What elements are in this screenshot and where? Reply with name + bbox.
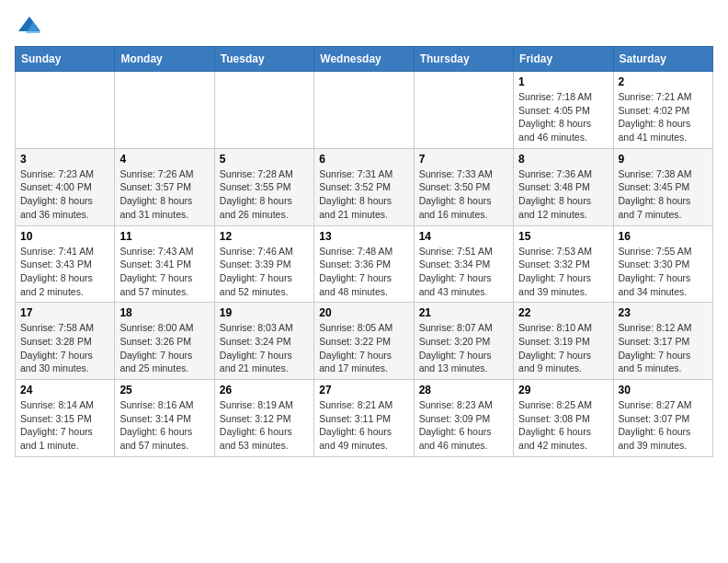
- calendar-header-friday: Friday: [514, 47, 613, 72]
- calendar-week-row: 10Sunrise: 7:41 AMSunset: 3:43 PMDayligh…: [16, 225, 713, 303]
- day-number: 18: [119, 306, 209, 319]
- day-number: 14: [419, 230, 508, 243]
- day-info: Sunrise: 7:31 AMSunset: 3:52 PMDaylight:…: [319, 167, 408, 222]
- calendar-week-row: 24Sunrise: 8:14 AMSunset: 3:15 PMDayligh…: [16, 380, 713, 457]
- day-info: Sunrise: 7:53 AMSunset: 3:32 PMDaylight:…: [518, 245, 608, 299]
- calendar-cell: 4Sunrise: 7:26 AMSunset: 3:57 PMDaylight…: [115, 148, 214, 225]
- day-number: 26: [220, 384, 309, 396]
- day-info: Sunrise: 8:10 AMSunset: 3:19 PMDaylight:…: [518, 321, 608, 375]
- calendar-cell: 6Sunrise: 7:31 AMSunset: 3:52 PMDaylight…: [314, 148, 414, 225]
- day-number: 3: [20, 153, 109, 166]
- calendar-cell: 27Sunrise: 8:21 AMSunset: 3:11 PMDayligh…: [314, 380, 414, 457]
- day-number: 21: [419, 306, 508, 319]
- day-number: 10: [20, 230, 109, 243]
- calendar-cell: 25Sunrise: 8:16 AMSunset: 3:14 PMDayligh…: [115, 380, 214, 457]
- day-info: Sunrise: 7:28 AMSunset: 3:55 PMDaylight:…: [220, 167, 309, 222]
- calendar-cell: 19Sunrise: 8:03 AMSunset: 3:24 PMDayligh…: [214, 303, 313, 380]
- calendar-cell: 10Sunrise: 7:41 AMSunset: 3:43 PMDayligh…: [16, 225, 115, 303]
- day-info: Sunrise: 8:25 AMSunset: 3:08 PMDaylight:…: [518, 398, 608, 453]
- calendar-cell: 8Sunrise: 7:36 AMSunset: 3:48 PMDaylight…: [514, 148, 613, 225]
- calendar-week-row: 1Sunrise: 7:18 AMSunset: 4:05 PMDaylight…: [16, 72, 713, 149]
- day-number: 24: [20, 384, 109, 396]
- day-number: 4: [119, 153, 209, 166]
- day-number: 9: [619, 153, 708, 166]
- day-number: 13: [319, 230, 408, 243]
- day-info: Sunrise: 7:18 AMSunset: 4:05 PMDaylight:…: [518, 90, 608, 144]
- calendar-header-sunday: Sunday: [16, 47, 115, 72]
- calendar-header-monday: Monday: [115, 47, 214, 72]
- day-info: Sunrise: 7:46 AMSunset: 3:39 PMDaylight:…: [220, 245, 309, 299]
- calendar-cell: 24Sunrise: 8:14 AMSunset: 3:15 PMDayligh…: [16, 380, 115, 457]
- day-number: 27: [319, 384, 408, 396]
- day-number: 2: [619, 75, 708, 88]
- day-info: Sunrise: 8:16 AMSunset: 3:14 PMDaylight:…: [119, 398, 209, 453]
- day-info: Sunrise: 7:51 AMSunset: 3:34 PMDaylight:…: [419, 245, 508, 299]
- day-info: Sunrise: 8:19 AMSunset: 3:12 PMDaylight:…: [220, 398, 309, 453]
- calendar-cell: 18Sunrise: 8:00 AMSunset: 3:26 PMDayligh…: [115, 303, 214, 380]
- day-info: Sunrise: 8:07 AMSunset: 3:20 PMDaylight:…: [419, 321, 508, 375]
- calendar-cell: 13Sunrise: 7:48 AMSunset: 3:36 PMDayligh…: [314, 225, 414, 303]
- day-info: Sunrise: 8:21 AMSunset: 3:11 PMDaylight:…: [319, 398, 408, 453]
- calendar-table: SundayMondayTuesdayWednesdayThursdayFrid…: [15, 46, 713, 457]
- day-number: 30: [619, 384, 708, 396]
- calendar-header-saturday: Saturday: [613, 47, 712, 72]
- calendar-header-thursday: Thursday: [414, 47, 513, 72]
- calendar-cell: 1Sunrise: 7:18 AMSunset: 4:05 PMDaylight…: [514, 72, 613, 149]
- calendar-cell: [214, 72, 313, 149]
- calendar-cell: 9Sunrise: 7:38 AMSunset: 3:45 PMDaylight…: [613, 148, 712, 225]
- day-number: 17: [20, 306, 109, 319]
- day-info: Sunrise: 8:05 AMSunset: 3:22 PMDaylight:…: [319, 321, 408, 375]
- day-info: Sunrise: 7:58 AMSunset: 3:28 PMDaylight:…: [20, 321, 109, 375]
- calendar-cell: [314, 72, 414, 149]
- day-number: 25: [119, 384, 209, 396]
- day-number: 7: [419, 153, 508, 166]
- day-number: 6: [319, 153, 408, 166]
- logo-icon: [17, 15, 42, 35]
- day-number: 12: [220, 230, 309, 243]
- calendar-cell: 21Sunrise: 8:07 AMSunset: 3:20 PMDayligh…: [414, 303, 513, 380]
- calendar-cell: [16, 72, 115, 149]
- calendar-cell: 3Sunrise: 7:23 AMSunset: 4:00 PMDaylight…: [16, 148, 115, 225]
- calendar-cell: [115, 72, 214, 149]
- day-number: 1: [518, 75, 608, 88]
- day-number: 29: [518, 384, 608, 396]
- calendar-cell: 28Sunrise: 8:23 AMSunset: 3:09 PMDayligh…: [414, 380, 513, 457]
- day-info: Sunrise: 8:23 AMSunset: 3:09 PMDaylight:…: [419, 398, 508, 453]
- day-number: 28: [419, 384, 508, 396]
- calendar-cell: 20Sunrise: 8:05 AMSunset: 3:22 PMDayligh…: [314, 303, 414, 380]
- day-number: 15: [518, 230, 608, 243]
- day-number: 22: [518, 306, 608, 319]
- day-info: Sunrise: 8:00 AMSunset: 3:26 PMDaylight:…: [119, 321, 209, 375]
- calendar-cell: 7Sunrise: 7:33 AMSunset: 3:50 PMDaylight…: [414, 148, 513, 225]
- calendar-cell: 2Sunrise: 7:21 AMSunset: 4:02 PMDaylight…: [613, 72, 712, 149]
- day-info: Sunrise: 7:43 AMSunset: 3:41 PMDaylight:…: [119, 245, 209, 299]
- day-number: 23: [619, 306, 708, 319]
- day-info: Sunrise: 8:03 AMSunset: 3:24 PMDaylight:…: [220, 321, 309, 375]
- page-header: [15, 15, 713, 35]
- calendar-header-tuesday: Tuesday: [214, 47, 313, 72]
- day-number: 11: [119, 230, 209, 243]
- day-number: 5: [220, 153, 309, 166]
- calendar-cell: 12Sunrise: 7:46 AMSunset: 3:39 PMDayligh…: [214, 225, 313, 303]
- calendar-cell: 26Sunrise: 8:19 AMSunset: 3:12 PMDayligh…: [214, 380, 313, 457]
- day-info: Sunrise: 8:12 AMSunset: 3:17 PMDaylight:…: [619, 321, 708, 375]
- calendar-cell: 16Sunrise: 7:55 AMSunset: 3:30 PMDayligh…: [613, 225, 712, 303]
- day-info: Sunrise: 7:55 AMSunset: 3:30 PMDaylight:…: [619, 245, 708, 299]
- logo: [15, 15, 44, 35]
- calendar-cell: 15Sunrise: 7:53 AMSunset: 3:32 PMDayligh…: [514, 225, 613, 303]
- day-info: Sunrise: 8:27 AMSunset: 3:07 PMDaylight:…: [619, 398, 708, 453]
- day-number: 16: [619, 230, 708, 243]
- day-info: Sunrise: 7:26 AMSunset: 3:57 PMDaylight:…: [119, 167, 209, 222]
- calendar-cell: 23Sunrise: 8:12 AMSunset: 3:17 PMDayligh…: [613, 303, 712, 380]
- calendar-cell: 14Sunrise: 7:51 AMSunset: 3:34 PMDayligh…: [414, 225, 513, 303]
- calendar-cell: 29Sunrise: 8:25 AMSunset: 3:08 PMDayligh…: [514, 380, 613, 457]
- calendar-week-row: 3Sunrise: 7:23 AMSunset: 4:00 PMDaylight…: [16, 148, 713, 225]
- calendar-cell: 11Sunrise: 7:43 AMSunset: 3:41 PMDayligh…: [115, 225, 214, 303]
- calendar-header-wednesday: Wednesday: [314, 47, 414, 72]
- calendar-cell: 17Sunrise: 7:58 AMSunset: 3:28 PMDayligh…: [16, 303, 115, 380]
- day-info: Sunrise: 7:48 AMSunset: 3:36 PMDaylight:…: [319, 245, 408, 299]
- day-info: Sunrise: 7:21 AMSunset: 4:02 PMDaylight:…: [619, 90, 708, 144]
- day-info: Sunrise: 7:23 AMSunset: 4:00 PMDaylight:…: [20, 167, 109, 222]
- day-info: Sunrise: 7:36 AMSunset: 3:48 PMDaylight:…: [518, 167, 608, 222]
- calendar-week-row: 17Sunrise: 7:58 AMSunset: 3:28 PMDayligh…: [16, 303, 713, 380]
